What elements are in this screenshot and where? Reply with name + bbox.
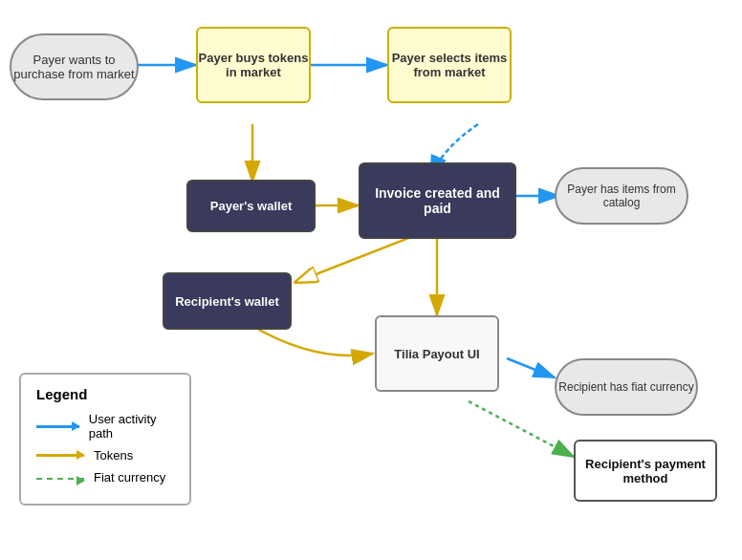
legend-title: Legend	[36, 386, 174, 402]
legend-label-blue: User activity path	[89, 412, 174, 441]
legend-line-blue	[36, 425, 79, 428]
legend-label-green: Fiat currency	[94, 470, 165, 485]
legend-label-yellow: Tokens	[94, 448, 133, 463]
payer-wants-node: Payer wants to purchase from market	[10, 33, 139, 100]
invoice-node: Invoice created and paid	[359, 162, 516, 239]
legend-line-green	[36, 478, 84, 480]
legend-item-green: Fiat currency	[36, 470, 174, 485]
legend: Legend User activity path Tokens Fiat cu…	[19, 373, 191, 506]
payers-wallet-node: Payer's wallet	[186, 180, 316, 232]
diagram-container: Payer wants to purchase from market Paye…	[0, 0, 742, 560]
legend-item-yellow: Tokens	[36, 448, 174, 463]
tilia-payout-node: Tilia Payout UI	[375, 315, 499, 392]
svg-line-12	[469, 401, 574, 457]
recipients-payment-node: Recipient's payment method	[574, 440, 717, 502]
legend-line-yellow	[36, 454, 84, 457]
legend-item-blue: User activity path	[36, 412, 174, 441]
svg-line-9	[296, 237, 411, 282]
recipients-wallet-node: Recipient's wallet	[163, 272, 292, 330]
payer-selects-node: Payer selects items from market	[387, 27, 512, 103]
payer-has-items-node: Payer has items from catalog	[555, 167, 688, 225]
svg-line-11	[507, 358, 555, 377]
payer-buys-node: Payer buys tokens in market	[196, 27, 311, 103]
recipient-fiat-node: Recipient has fiat currency	[555, 358, 698, 416]
